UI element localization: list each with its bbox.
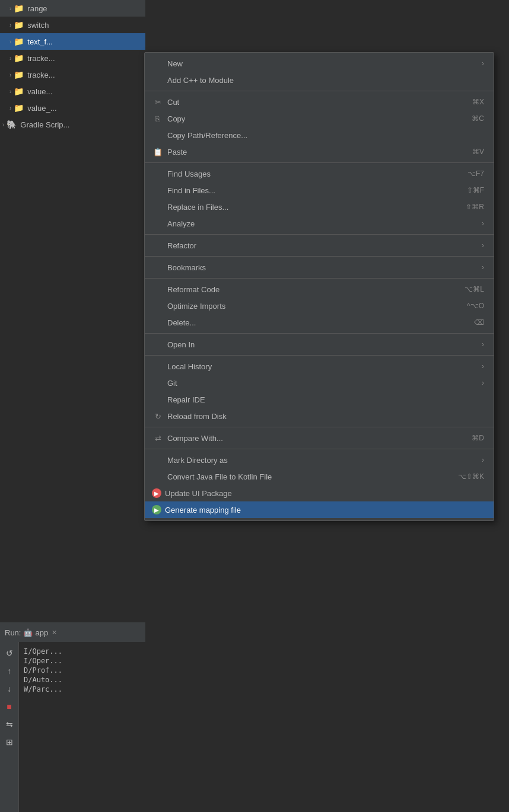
sidebar-item-label: tracke... [27,54,55,63]
sidebar-item-label: text_f... [27,37,53,46]
menu-item-add-cpp[interactable]: Add C++ to Module [145,72,494,88]
menu-label-find-usages: Find Usages [167,170,456,178]
menu-label-convert-java: Convert Java File to Kotlin File [167,472,446,481]
separator-1 [145,91,494,91]
sidebar-item-gradle[interactable]: › 🐘 Gradle Scrip... [0,116,145,133]
gradle-icon: 🐘 [7,120,17,129]
compare-icon: ⇄ [152,434,164,443]
git-arrow-icon: › [482,379,484,387]
cut-shortcut: ⌘X [472,98,484,106]
menu-label-optimize: Optimize Imports [167,302,455,311]
menu-label-copy: Copy [167,114,460,123]
analyze-arrow-icon: › [482,219,484,228]
pin-button[interactable]: ⊞ [3,736,16,749]
menu-item-optimize-imports[interactable]: Optimize Imports ^⌥O [145,298,494,314]
separator-5 [145,278,494,279]
delete-shortcut: ⌫ [474,318,484,327]
run-close-button[interactable]: ✕ [52,629,57,637]
menu-label-cut: Cut [167,98,460,107]
stop-button[interactable]: ■ [3,700,16,713]
copy-icon: ⎘ [152,114,164,123]
menu-item-repair-ide[interactable]: Repair IDE [145,391,494,408]
sidebar-item-label: value... [27,87,52,96]
run-bar: Run: 🤖 app ✕ ↺ ↑ ↓ ■ ⇆ ⊞ I/Oper... I [0,622,145,812]
menu-item-refactor[interactable]: Refactor › [145,237,494,254]
rerun-button[interactable]: ↺ [3,647,16,660]
menu-item-cut[interactable]: ✂ Cut ⌘X [145,94,494,110]
bookmarks-arrow-icon: › [482,263,484,271]
sidebar-item-label: switch [27,21,49,30]
scroll-up-button[interactable]: ↑ [3,664,16,677]
scroll-down-button[interactable]: ↓ [3,682,16,695]
folder-icon: 📁 [14,70,24,79]
menu-item-analyze[interactable]: Analyze › [145,215,494,232]
sidebar-item-switch[interactable]: › 📁 switch [0,17,145,33]
local-history-arrow-icon: › [482,362,484,370]
sidebar-item-value1[interactable]: › 📁 value... [0,83,145,100]
menu-item-reformat[interactable]: Reformat Code ⌥⌘L [145,281,494,298]
menu-item-convert-java[interactable]: Convert Java File to Kotlin File ⌥⇧⌘K [145,468,494,485]
wrap-button[interactable]: ⇆ [3,718,16,731]
menu-item-delete[interactable]: Delete... ⌫ [145,314,494,331]
sidebar-item-textfield[interactable]: › 📁 text_f... [0,33,145,50]
menu-item-paste[interactable]: 📋 Paste ⌘V [145,143,494,160]
menu-item-open-in[interactable]: Open In › [145,336,494,353]
run-label: Run: [5,628,21,637]
log-text-1: I/Oper... [24,647,62,656]
sidebar-item-value2[interactable]: › 📁 value_... [0,100,145,116]
chevron-icon: › [9,72,11,78]
update-ui-plugin-icon: ▶ [152,488,161,498]
log-text-3: D/Prof... [24,666,62,674]
open-in-arrow-icon: › [482,340,484,349]
menu-item-local-history[interactable]: Local History › [145,358,494,375]
reload-icon: ↻ [152,412,164,421]
folder-icon: 📁 [14,53,24,63]
menu-item-update-ui[interactable]: ▶ Update UI Package [145,485,494,501]
menu-item-mark-directory[interactable]: Mark Directory as › [145,452,494,468]
optimize-shortcut: ^⌥O [467,302,484,310]
menu-label-add-cpp: Add C++ to Module [167,76,484,85]
menu-item-git[interactable]: Git › [145,375,494,391]
sidebar-item-range[interactable]: › 📁 range [0,0,145,17]
log-text-5: W/Parc... [24,685,62,693]
run-app-label: app [35,628,48,637]
separator-2 [145,162,494,163]
menu-item-copy[interactable]: ⎘ Copy ⌘C [145,110,494,127]
menu-label-paste: Paste [167,148,460,156]
separator-8 [145,427,494,427]
menu-label-new: New [167,59,477,68]
menu-item-new[interactable]: New › [145,55,494,72]
menu-item-compare-with[interactable]: ⇄ Compare With... ⌘D [145,430,494,446]
menu-item-reload[interactable]: ↻ Reload from Disk [145,408,494,424]
chevron-icon: › [9,22,11,28]
menu-item-bookmarks[interactable]: Bookmarks › [145,259,494,276]
app-icon: 🤖 [23,628,33,637]
run-log-content: I/Oper... I/Oper... D/Prof... D/Auto... … [19,642,67,812]
sidebar: › 📁 range › 📁 switch › 📁 text_f... › 📁 t… [0,0,145,812]
menu-item-find-in-files[interactable]: Find in Files... ⇧⌘F [145,182,494,199]
menu-item-find-usages[interactable]: Find Usages ⌥F7 [145,165,494,182]
copy-shortcut: ⌘C [472,114,484,123]
separator-9 [145,449,494,449]
menu-label-mark-directory: Mark Directory as [167,456,477,465]
chevron-icon: › [9,55,11,62]
folder-icon: 📁 [14,103,24,113]
menu-item-generate-mapping[interactable]: ▶ Generate mapping file [145,501,494,518]
menu-item-replace-in-files[interactable]: Replace in Files... ⇧⌘R [145,199,494,215]
sidebar-item-tracker2[interactable]: › 📁 tracke... [0,66,145,83]
sidebar-item-tracker1[interactable]: › 📁 tracke... [0,50,145,66]
sidebar-item-label: tracke... [27,71,55,79]
log-text-4: D/Auto... [24,676,62,684]
menu-label-repair-ide: Repair IDE [167,395,484,404]
separator-7 [145,355,494,356]
menu-item-copy-path[interactable]: Copy Path/Reference... [145,127,494,143]
refactor-arrow-icon: › [482,241,484,250]
menu-label-bookmarks: Bookmarks [167,263,477,272]
compare-shortcut: ⌘D [472,434,484,442]
menu-label-find-in-files: Find in Files... [167,186,455,195]
separator-6 [145,333,494,334]
paste-icon: 📋 [152,148,164,156]
find-usages-shortcut: ⌥F7 [467,170,484,178]
log-line-1: I/Oper... [19,647,67,656]
log-line-2: I/Oper... [19,656,67,666]
